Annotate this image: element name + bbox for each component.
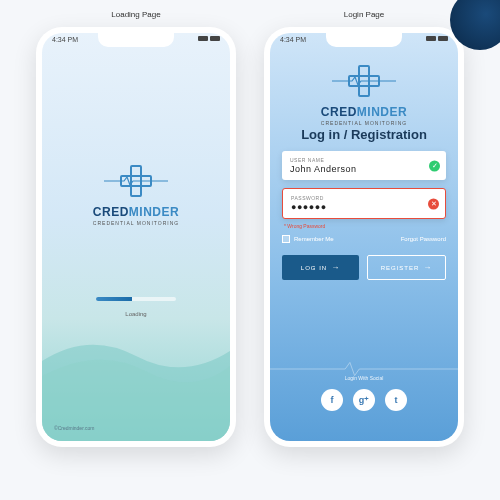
password-field[interactable]: PASSWORD ●●●●●● ✕: [282, 188, 446, 219]
social-label: Login With Social: [270, 375, 458, 381]
loading-text: Loading: [42, 311, 230, 317]
password-value: ●●●●●●: [291, 202, 437, 212]
remember-checkbox[interactable]: Remember Me: [282, 235, 334, 243]
app-logo: CREDMINDER CREDENTIAL MONITORING: [42, 163, 230, 226]
arrow-icon: →: [423, 263, 432, 272]
phone-loading: 4:34 PM CREDMINDER CREDENTIAL MONITORING…: [36, 27, 236, 447]
footer-copyright: ©Credminder.com: [54, 425, 94, 431]
facebook-icon[interactable]: f: [321, 389, 343, 411]
username-field[interactable]: USER NAME John Anderson ✓: [282, 151, 446, 180]
phone-login: 4:34 PM CREDMINDER CREDENTIAL MONITORING…: [264, 27, 464, 447]
notch: [98, 33, 174, 47]
page-label-login: Login Page: [344, 10, 384, 19]
page-label-loading: Loading Page: [111, 10, 160, 19]
register-button[interactable]: REGISTER→: [367, 255, 446, 280]
brand-tagline: CREDENTIAL MONITORING: [321, 120, 407, 126]
notch: [326, 33, 402, 47]
brand-tagline: CREDENTIAL MONITORING: [93, 220, 179, 226]
status-icons: [198, 36, 220, 41]
loading-bar: [96, 297, 176, 301]
username-label: USER NAME: [290, 157, 438, 163]
forgot-password-link[interactable]: Forgot Password: [401, 236, 446, 242]
brand-name: CREDMINDER: [321, 105, 407, 119]
arrow-icon: →: [331, 263, 340, 272]
twitter-icon[interactable]: t: [385, 389, 407, 411]
google-plus-icon[interactable]: g⁺: [353, 389, 375, 411]
status-icons: [426, 36, 448, 41]
error-icon: ✕: [428, 198, 439, 209]
check-icon: ✓: [429, 160, 440, 171]
brand-name: CREDMINDER: [93, 205, 179, 219]
login-button[interactable]: LOG IN→: [282, 255, 359, 280]
username-value: John Anderson: [290, 164, 438, 174]
wave-decoration: [42, 321, 230, 441]
app-logo: CREDMINDER CREDENTIAL MONITORING: [270, 63, 458, 126]
password-error: * Wrong Password: [284, 223, 446, 229]
logo-mark: [118, 163, 154, 199]
logo-mark: [346, 63, 382, 99]
page-title: Log in / Registration: [270, 127, 458, 142]
password-label: PASSWORD: [291, 195, 437, 201]
status-time: 4:34 PM: [280, 36, 306, 43]
status-time: 4:34 PM: [52, 36, 78, 43]
